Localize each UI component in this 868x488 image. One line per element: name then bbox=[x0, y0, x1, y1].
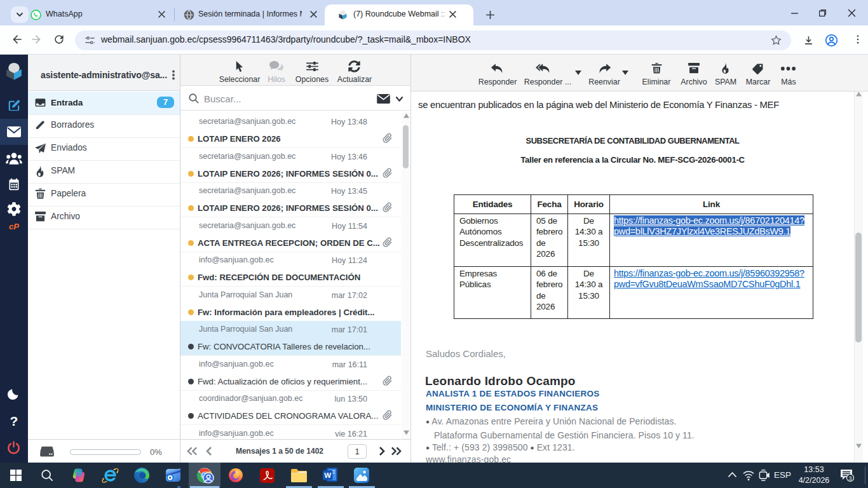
svg-text:W: W bbox=[324, 471, 331, 479]
svg-text:3: 3 bbox=[848, 475, 851, 482]
